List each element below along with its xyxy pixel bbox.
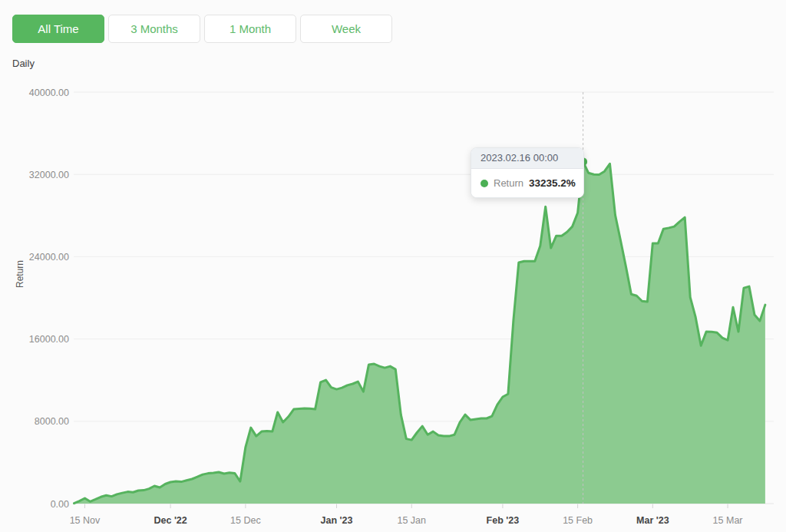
series-marker-icon: [481, 180, 488, 187]
y-axis-tick-label: 8000.00: [35, 416, 69, 427]
x-axis-tick-label: 15 Mar: [713, 515, 743, 526]
x-axis-tick-label: 15 Nov: [70, 515, 101, 526]
tooltip-body: Return 33235.2%: [471, 169, 583, 197]
x-axis-tick-label: Dec '22: [154, 515, 187, 526]
x-axis-tick-label: Feb '23: [487, 515, 520, 526]
x-axis-tick-label: Jan '23: [321, 515, 353, 526]
y-axis-tick-label: 40000.00: [29, 88, 69, 98]
y-axis-title: Return: [15, 260, 25, 288]
y-axis-tick-label: 32000.00: [29, 170, 69, 180]
x-axis-tick-label: 15 Dec: [230, 515, 261, 526]
tooltip-value: 33235.2%: [529, 177, 576, 189]
y-axis-tick-label: 16000.00: [29, 334, 69, 345]
x-axis-tick-label: 15 Jan: [397, 515, 426, 526]
tooltip-date: 2023.02.16 00:00: [471, 148, 583, 169]
return-area-fill: [74, 162, 765, 504]
y-axis-tick-label: 0.00: [51, 499, 69, 510]
x-axis-tick-label: 15 Feb: [563, 515, 593, 526]
y-axis-tick-label: 24000.00: [29, 252, 69, 263]
chart-tooltip: 2023.02.16 00:00 Return 33235.2%: [471, 147, 584, 198]
chart-svg: 0.008000.0016000.0024000.0032000.0040000…: [0, 0, 786, 532]
tooltip-series-label: Return: [494, 177, 523, 189]
x-axis-tick-label: Mar '23: [636, 515, 669, 526]
